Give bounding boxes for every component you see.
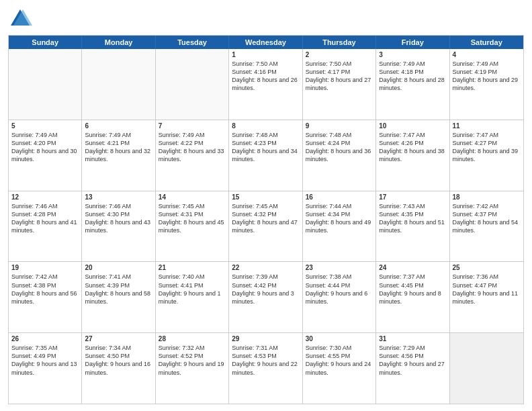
cell-text: Sunrise: 7:42 AM Sunset: 4:38 PM Dayligh…	[11, 273, 79, 306]
cell-text: Sunrise: 7:45 AM Sunset: 4:31 PM Dayligh…	[159, 202, 226, 235]
calendar-cell: 31Sunrise: 7:29 AM Sunset: 4:56 PM Dayli…	[376, 333, 449, 404]
cell-text: Sunrise: 7:49 AM Sunset: 4:21 PM Dayligh…	[85, 131, 152, 164]
weekday-header: Thursday	[303, 36, 376, 49]
day-number: 9	[306, 122, 373, 130]
cell-text: Sunrise: 7:50 AM Sunset: 4:16 PM Dayligh…	[232, 60, 299, 93]
day-number: 20	[85, 264, 152, 271]
cell-text: Sunrise: 7:50 AM Sunset: 4:17 PM Dayligh…	[306, 60, 373, 93]
day-number: 6	[85, 122, 152, 130]
day-number: 21	[159, 264, 226, 271]
calendar-row: 1Sunrise: 7:50 AM Sunset: 4:16 PM Daylig…	[9, 49, 523, 120]
calendar: SundayMondayTuesdayWednesdayThursdayFrid…	[8, 35, 524, 404]
day-number: 5	[11, 122, 79, 130]
cell-text: Sunrise: 7:49 AM Sunset: 4:22 PM Dayligh…	[159, 131, 226, 164]
day-number: 8	[232, 122, 299, 130]
day-number: 27	[85, 335, 152, 342]
calendar-cell: 18Sunrise: 7:42 AM Sunset: 4:37 PM Dayli…	[450, 191, 523, 262]
calendar-cell: 15Sunrise: 7:45 AM Sunset: 4:32 PM Dayli…	[229, 191, 302, 262]
calendar-cell: 4Sunrise: 7:49 AM Sunset: 4:19 PM Daylig…	[450, 49, 523, 120]
calendar-cell: 26Sunrise: 7:35 AM Sunset: 4:49 PM Dayli…	[9, 333, 82, 404]
day-number: 2	[306, 51, 373, 58]
cell-text: Sunrise: 7:49 AM Sunset: 4:19 PM Dayligh…	[453, 60, 521, 93]
cell-text: Sunrise: 7:48 AM Sunset: 4:24 PM Dayligh…	[306, 131, 373, 164]
day-number: 13	[85, 193, 152, 201]
cell-text: Sunrise: 7:44 AM Sunset: 4:34 PM Dayligh…	[306, 202, 373, 235]
day-number: 23	[306, 264, 373, 271]
calendar-row: 5Sunrise: 7:49 AM Sunset: 4:20 PM Daylig…	[9, 120, 523, 191]
calendar-cell: 25Sunrise: 7:36 AM Sunset: 4:47 PM Dayli…	[450, 262, 523, 332]
calendar-cell: 19Sunrise: 7:42 AM Sunset: 4:38 PM Dayli…	[9, 262, 82, 332]
calendar-cell: 24Sunrise: 7:37 AM Sunset: 4:45 PM Dayli…	[376, 262, 449, 332]
calendar-cell: 8Sunrise: 7:48 AM Sunset: 4:23 PM Daylig…	[229, 120, 302, 191]
cell-text: Sunrise: 7:32 AM Sunset: 4:52 PM Dayligh…	[159, 344, 226, 377]
cell-text: Sunrise: 7:43 AM Sunset: 4:35 PM Dayligh…	[379, 202, 446, 235]
day-number: 18	[453, 193, 521, 201]
calendar-cell: 27Sunrise: 7:34 AM Sunset: 4:50 PM Dayli…	[82, 333, 155, 404]
cell-text: Sunrise: 7:34 AM Sunset: 4:50 PM Dayligh…	[85, 344, 152, 377]
day-number: 14	[159, 193, 226, 201]
weekday-header: Friday	[376, 36, 449, 49]
cell-text: Sunrise: 7:47 AM Sunset: 4:27 PM Dayligh…	[453, 131, 521, 164]
calendar-cell: 5Sunrise: 7:49 AM Sunset: 4:20 PM Daylig…	[9, 120, 82, 191]
weekday-header: Wednesday	[229, 36, 302, 49]
day-number: 11	[453, 122, 521, 130]
cell-text: Sunrise: 7:41 AM Sunset: 4:39 PM Dayligh…	[85, 273, 152, 306]
day-number: 29	[232, 335, 299, 342]
weekday-header: Saturday	[450, 36, 523, 49]
calendar-row: 12Sunrise: 7:46 AM Sunset: 4:28 PM Dayli…	[9, 191, 523, 262]
cell-text: Sunrise: 7:47 AM Sunset: 4:26 PM Dayligh…	[379, 131, 446, 164]
calendar-cell: 9Sunrise: 7:48 AM Sunset: 4:24 PM Daylig…	[303, 120, 376, 191]
calendar-cell: 21Sunrise: 7:40 AM Sunset: 4:41 PM Dayli…	[156, 262, 229, 332]
cell-text: Sunrise: 7:38 AM Sunset: 4:44 PM Dayligh…	[306, 273, 373, 306]
weekday-header: Monday	[82, 36, 155, 49]
day-number: 24	[379, 264, 446, 271]
calendar-cell: 7Sunrise: 7:49 AM Sunset: 4:22 PM Daylig…	[156, 120, 229, 191]
calendar-cell: 22Sunrise: 7:39 AM Sunset: 4:42 PM Dayli…	[229, 262, 302, 332]
weekday-header: Sunday	[9, 36, 82, 49]
calendar-cell	[156, 49, 229, 120]
day-number: 19	[11, 264, 79, 271]
cell-text: Sunrise: 7:39 AM Sunset: 4:42 PM Dayligh…	[232, 273, 299, 306]
calendar-cell: 30Sunrise: 7:30 AM Sunset: 4:55 PM Dayli…	[303, 333, 376, 404]
cell-text: Sunrise: 7:45 AM Sunset: 4:32 PM Dayligh…	[232, 202, 299, 235]
cell-text: Sunrise: 7:46 AM Sunset: 4:28 PM Dayligh…	[11, 202, 79, 235]
day-number: 4	[453, 51, 521, 58]
day-number: 28	[159, 335, 226, 342]
day-number: 30	[306, 335, 373, 342]
cell-text: Sunrise: 7:46 AM Sunset: 4:30 PM Dayligh…	[85, 202, 152, 235]
weekday-header: Tuesday	[156, 36, 229, 49]
logo-icon	[8, 7, 32, 31]
calendar-cell: 28Sunrise: 7:32 AM Sunset: 4:52 PM Dayli…	[156, 333, 229, 404]
day-number: 16	[306, 193, 373, 201]
day-number: 17	[379, 193, 446, 201]
calendar-cell: 14Sunrise: 7:45 AM Sunset: 4:31 PM Dayli…	[156, 191, 229, 262]
calendar-cell: 17Sunrise: 7:43 AM Sunset: 4:35 PM Dayli…	[376, 191, 449, 262]
calendar-row: 26Sunrise: 7:35 AM Sunset: 4:49 PM Dayli…	[9, 332, 523, 404]
calendar-header: SundayMondayTuesdayWednesdayThursdayFrid…	[9, 36, 523, 49]
cell-text: Sunrise: 7:40 AM Sunset: 4:41 PM Dayligh…	[159, 273, 226, 306]
calendar-cell: 29Sunrise: 7:31 AM Sunset: 4:53 PM Dayli…	[229, 333, 302, 404]
calendar-cell: 3Sunrise: 7:49 AM Sunset: 4:18 PM Daylig…	[376, 49, 449, 120]
cell-text: Sunrise: 7:35 AM Sunset: 4:49 PM Dayligh…	[11, 344, 79, 377]
day-number: 3	[379, 51, 446, 58]
logo	[8, 7, 35, 31]
calendar-cell: 10Sunrise: 7:47 AM Sunset: 4:26 PM Dayli…	[376, 120, 449, 191]
calendar-body: 1Sunrise: 7:50 AM Sunset: 4:16 PM Daylig…	[9, 49, 523, 404]
day-number: 7	[159, 122, 226, 130]
day-number: 10	[379, 122, 446, 130]
cell-text: Sunrise: 7:42 AM Sunset: 4:37 PM Dayligh…	[453, 202, 521, 235]
day-number: 26	[11, 335, 79, 342]
cell-text: Sunrise: 7:36 AM Sunset: 4:47 PM Dayligh…	[453, 273, 521, 306]
day-number: 12	[11, 193, 79, 201]
calendar-cell: 13Sunrise: 7:46 AM Sunset: 4:30 PM Dayli…	[82, 191, 155, 262]
cell-text: Sunrise: 7:48 AM Sunset: 4:23 PM Dayligh…	[232, 131, 299, 164]
cell-text: Sunrise: 7:31 AM Sunset: 4:53 PM Dayligh…	[232, 344, 299, 377]
calendar-cell	[82, 49, 155, 120]
calendar-cell: 11Sunrise: 7:47 AM Sunset: 4:27 PM Dayli…	[450, 120, 523, 191]
page: SundayMondayTuesdayWednesdayThursdayFrid…	[0, 0, 532, 411]
cell-text: Sunrise: 7:30 AM Sunset: 4:55 PM Dayligh…	[306, 344, 373, 377]
header	[8, 7, 524, 31]
calendar-cell: 2Sunrise: 7:50 AM Sunset: 4:17 PM Daylig…	[303, 49, 376, 120]
cell-text: Sunrise: 7:49 AM Sunset: 4:18 PM Dayligh…	[379, 60, 446, 93]
calendar-cell: 6Sunrise: 7:49 AM Sunset: 4:21 PM Daylig…	[82, 120, 155, 191]
